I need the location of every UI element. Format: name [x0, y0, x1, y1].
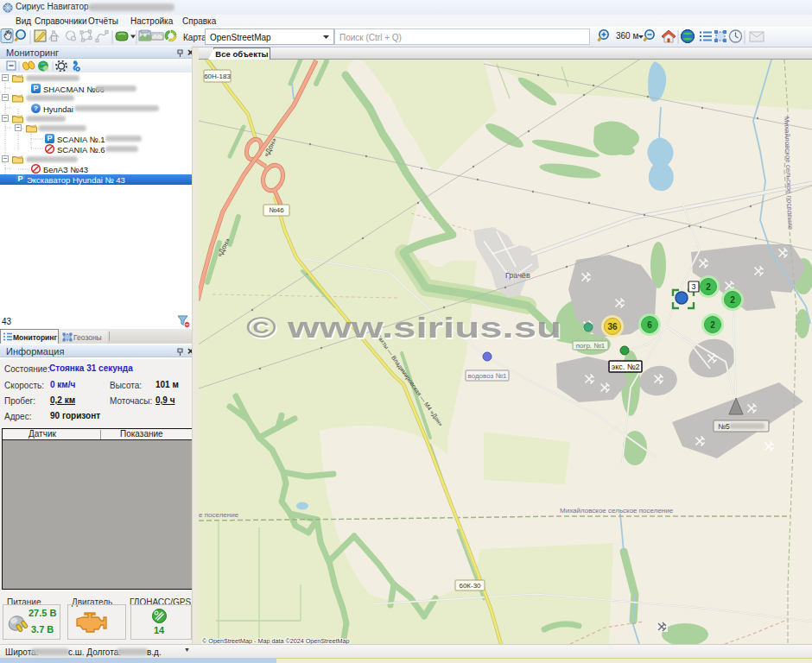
svg-text:6: 6: [647, 320, 652, 330]
svg-text:360 м: 360 м: [616, 31, 638, 41]
svg-text:водовоз №1: водовоз №1: [468, 372, 508, 380]
svg-text:60Н-183: 60Н-183: [204, 73, 231, 80]
svg-text:© www.sirius.su: © www.sirius.su: [246, 311, 561, 344]
svg-text:№46: №46: [269, 206, 284, 214]
svg-text:36: 36: [607, 322, 618, 332]
svg-text:ское поселение: ское поселение: [199, 511, 239, 519]
svg-text:Грачёв: Грачёв: [505, 271, 530, 280]
svg-text:2: 2: [710, 320, 715, 330]
svg-text:погр. №1: погр. №1: [576, 342, 606, 350]
svg-text:2: 2: [706, 282, 711, 292]
svg-text:© OpenStreetMap - Map data ©20: © OpenStreetMap - Map data ©2024 OpenStr…: [202, 637, 349, 644]
svg-text:№5: №5: [718, 422, 730, 431]
svg-text:3: 3: [691, 282, 695, 291]
svg-text:экс. №2: экс. №2: [612, 363, 640, 371]
svg-text:Михайловское сельское поселени: Михайловское сельское поселение: [560, 507, 674, 515]
svg-text:2: 2: [730, 295, 735, 305]
svg-text:60К-30: 60К-30: [459, 582, 481, 590]
